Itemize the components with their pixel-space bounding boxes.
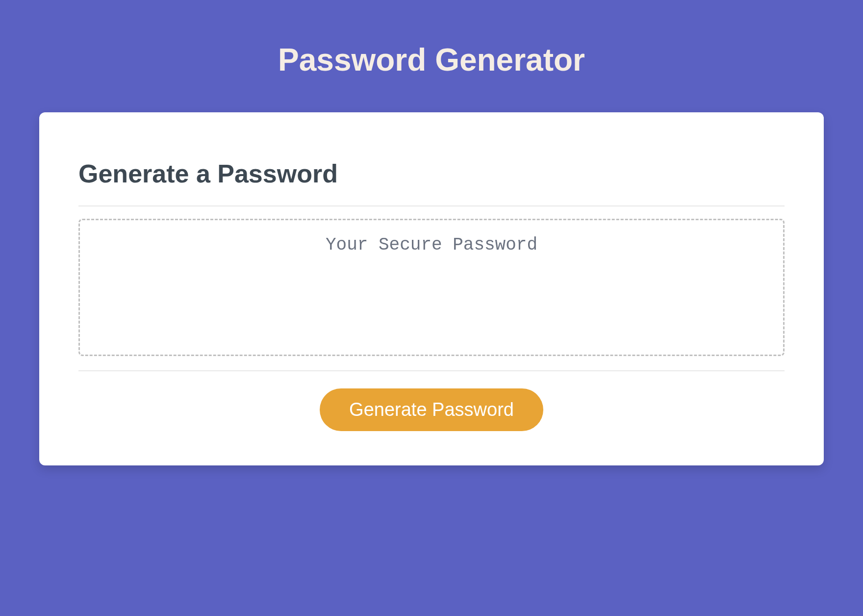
password-output[interactable] — [78, 219, 785, 356]
generate-password-button[interactable]: Generate Password — [320, 388, 543, 431]
divider-top — [78, 205, 785, 206]
divider-bottom — [78, 370, 785, 371]
card-heading: Generate a Password — [78, 159, 785, 188]
button-wrapper: Generate Password — [78, 388, 785, 431]
page-title: Password Generator — [0, 0, 863, 112]
generator-card: Generate a Password Generate Password — [39, 112, 824, 465]
